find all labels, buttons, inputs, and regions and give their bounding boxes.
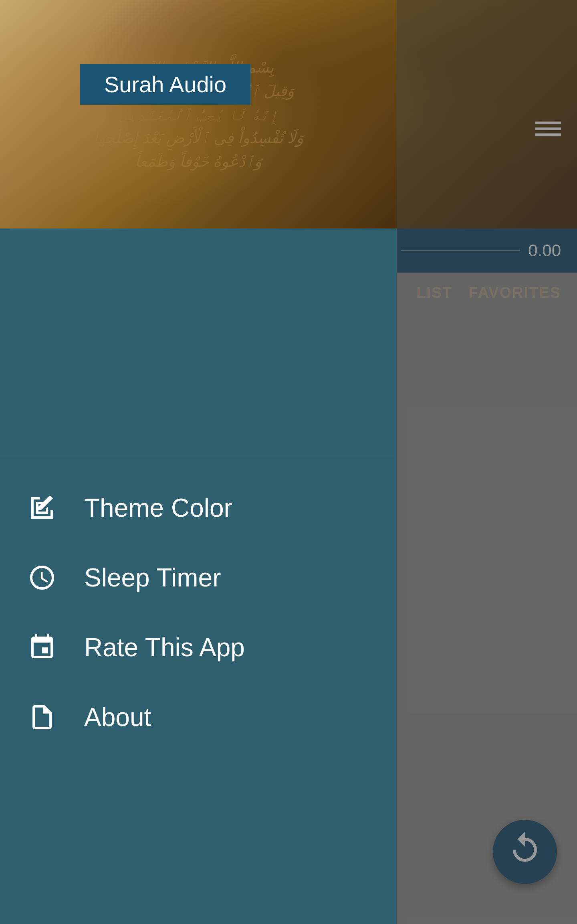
rate-app-label: Rate This App xyxy=(84,633,245,662)
arabic-line-5: وَٱدْعُوهُ خَوْفاً وَطَمَعاً xyxy=(135,153,261,170)
document-icon xyxy=(24,703,60,732)
drawer-surah-title: Surah Audio xyxy=(80,64,250,105)
theme-color-label: Theme Color xyxy=(84,493,232,523)
arabic-decorative-text: بِسْمِ اللَّهِ الرَّحْمَٰنِ الرَّحِيمِ و… xyxy=(0,0,397,228)
rate-icon xyxy=(24,633,60,662)
sleep-timer-label: Sleep Timer xyxy=(84,563,221,592)
theme-icon xyxy=(24,493,60,522)
menu-item-sleep-timer[interactable]: Sleep Timer xyxy=(0,543,397,613)
arabic-line-4: وَلَا تُفْسِدُواْ فِى ٱلْأَرْضِ بَعْدَ إ… xyxy=(93,129,304,147)
about-label: About xyxy=(84,702,151,732)
drawer: بِسْمِ اللَّهِ الرَّحْمَٰنِ الرَّحِيمِ و… xyxy=(0,0,397,924)
clock-icon xyxy=(24,563,60,592)
arabic-line-3: إِنَّهُ لَا يُحِبُّ ٱلْمُعْتَدِينَ xyxy=(118,106,278,123)
surah-title-text: Surah Audio xyxy=(104,72,226,97)
menu-item-theme-color[interactable]: Theme Color xyxy=(0,473,397,543)
drawer-hero: بِسْمِ اللَّهِ الرَّحْمَٰنِ الرَّحِيمِ و… xyxy=(0,0,397,228)
drawer-menu: Theme Color Sleep Timer Rate This App xyxy=(0,457,397,924)
menu-item-rate-app[interactable]: Rate This App xyxy=(0,613,397,682)
menu-item-about[interactable]: About xyxy=(0,682,397,752)
drawer-hero-bg: بِسْمِ اللَّهِ الرَّحْمَٰنِ الرَّحِيمِ و… xyxy=(0,0,397,228)
